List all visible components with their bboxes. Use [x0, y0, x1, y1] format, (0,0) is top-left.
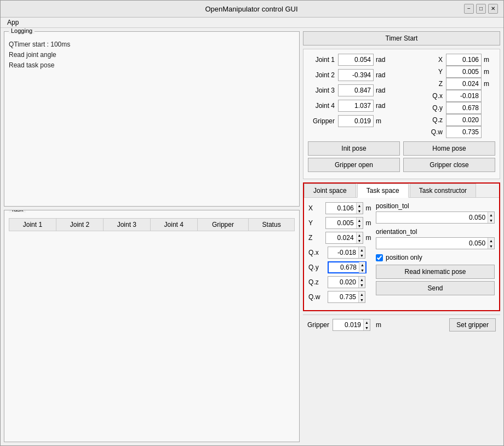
joint1-unit: rad — [376, 56, 385, 64]
ts-z-unit: m — [366, 234, 371, 242]
col-joint3: Joint 3 — [103, 219, 150, 231]
home-pose-button[interactable]: Home pose — [403, 141, 495, 156]
position-tol-down[interactable]: ▼ — [488, 218, 494, 223]
coord-qx-input[interactable] — [446, 90, 482, 102]
ts-qz-row: Q.z ▲ ▼ — [308, 276, 371, 288]
position-tol-row: ▲ ▼ — [376, 211, 495, 224]
gripper-bar-up[interactable]: ▲ — [363, 319, 370, 325]
coord-z-row: Z m — [429, 78, 495, 90]
log-line-3: Read task pose — [9, 60, 295, 71]
coord-qw-label: Q.w — [429, 128, 446, 136]
ts-qy-input[interactable] — [329, 262, 359, 273]
ts-qz-down[interactable]: ▼ — [358, 282, 365, 288]
ts-y-label: Y — [308, 219, 325, 227]
joint4-row: Joint 4 rad — [308, 100, 425, 112]
gripper-bar-label: Gripper — [307, 321, 329, 329]
ts-qw-label: Q.w — [308, 293, 328, 301]
maximize-button[interactable]: □ — [476, 4, 486, 14]
ts-qw-spinner: ▲ ▼ — [358, 291, 365, 302]
read-kinematic-pose-button[interactable]: Read kinematic pose — [376, 265, 495, 279]
ts-qz-up[interactable]: ▲ — [358, 277, 365, 282]
gripper-bar-spinner: ▲ ▼ — [363, 319, 370, 330]
ts-qy-down[interactable]: ▼ — [359, 267, 365, 273]
ts-z-down[interactable]: ▼ — [356, 238, 363, 243]
col-status: Status — [249, 219, 295, 231]
joint1-label: Joint 1 — [308, 56, 338, 64]
logging-title: Logging — [9, 28, 35, 34]
coord-z-input[interactable] — [446, 78, 482, 90]
send-button[interactable]: Send — [376, 281, 495, 295]
ts-qy-up[interactable]: ▲ — [359, 262, 365, 267]
left-panel: Logging QTimer start : 100ms Read joint … — [4, 31, 300, 442]
tab-task-space[interactable]: Task space — [357, 184, 409, 198]
menu-bar: App — [1, 18, 503, 28]
ts-z-up[interactable]: ▲ — [356, 232, 363, 238]
position-tol-up[interactable]: ▲ — [488, 212, 494, 218]
ts-x-input[interactable] — [326, 203, 356, 214]
ts-y-input[interactable] — [326, 218, 356, 228]
gripper-close-button[interactable]: Gripper close — [403, 158, 495, 172]
coord-z-label: Z — [429, 80, 446, 88]
ts-z-input[interactable] — [326, 232, 356, 243]
close-button[interactable]: ✕ — [488, 4, 498, 14]
coords-column: X m Y m Z m — [429, 54, 495, 138]
position-only-checkbox[interactable] — [376, 254, 383, 261]
coord-x-input[interactable] — [446, 54, 482, 66]
col-gripper: Gripper — [197, 219, 249, 231]
ts-qx-input-wrap: ▲ ▼ — [328, 247, 365, 259]
joint4-input[interactable] — [338, 100, 374, 112]
tab-task-constructor[interactable]: Task constructor — [410, 184, 476, 197]
ts-qy-spinner: ▲ ▼ — [359, 262, 365, 273]
coord-y-unit: m — [484, 68, 489, 76]
ts-x-down[interactable]: ▼ — [356, 208, 363, 214]
ts-qz-label: Q.z — [308, 278, 328, 286]
ts-qw-input[interactable] — [328, 291, 358, 302]
ts-y-row: Y ▲ ▼ m — [308, 217, 371, 229]
ts-x-row: X ▲ ▼ m — [308, 202, 371, 214]
coord-qz-input[interactable] — [446, 114, 482, 126]
tab-joint-space[interactable]: Joint space — [304, 184, 356, 197]
init-pose-button[interactable]: Init pose — [308, 141, 400, 156]
ts-x-input-wrap: ▲ ▼ — [325, 202, 363, 214]
orientation-tol-input[interactable] — [376, 238, 488, 249]
ts-y-up[interactable]: ▲ — [356, 218, 363, 223]
ts-qx-label: Q.x — [308, 249, 328, 256]
log-line-2: Read joint angle — [9, 50, 295, 60]
coord-qw-input[interactable] — [446, 126, 482, 138]
gripper-bar-down[interactable]: ▼ — [363, 325, 370, 330]
gripper-open-button[interactable]: Gripper open — [308, 158, 400, 172]
ts-qz-input[interactable] — [328, 277, 358, 288]
ts-qx-spinner: ▲ ▼ — [358, 247, 365, 258]
ts-y-down[interactable]: ▼ — [356, 223, 363, 228]
orientation-tol-down[interactable]: ▼ — [488, 243, 494, 249]
joints-and-coords: Joint 1 rad Joint 2 rad Joint 3 r — [308, 54, 495, 138]
coord-y-input[interactable] — [446, 66, 482, 78]
ts-qw-up[interactable]: ▲ — [358, 291, 365, 297]
coord-qw-row: Q.w — [429, 126, 495, 138]
tab-bar: Joint space Task space Task constructor — [304, 184, 499, 198]
orientation-tol-row: ▲ ▼ — [376, 237, 495, 249]
joint2-input[interactable] — [338, 69, 374, 81]
minimize-button[interactable]: − — [464, 4, 474, 14]
position-tol-input[interactable] — [376, 212, 488, 223]
ts-qw-input-wrap: ▲ ▼ — [328, 291, 365, 303]
ts-x-up[interactable]: ▲ — [356, 203, 363, 208]
timer-start-button[interactable]: Timer Start — [303, 31, 500, 45]
gripper-joint-unit: m — [376, 117, 381, 125]
pose-buttons-row1: Init pose Home pose — [308, 141, 495, 156]
joint3-input[interactable] — [338, 84, 374, 96]
gripper-joint-input[interactable] — [338, 115, 374, 127]
ts-qx-up[interactable]: ▲ — [358, 247, 365, 253]
app-menu[interactable]: App — [5, 18, 21, 27]
ts-qx-down[interactable]: ▼ — [358, 253, 365, 258]
joint4-unit: rad — [376, 102, 385, 110]
ts-x-spinner: ▲ ▼ — [356, 203, 363, 214]
ts-qx-input[interactable] — [328, 247, 358, 258]
gripper-bar-input[interactable] — [333, 319, 363, 330]
set-gripper-button[interactable]: Set gripper — [449, 318, 496, 331]
joint1-input[interactable] — [338, 54, 374, 66]
coord-qy-input[interactable] — [446, 102, 482, 114]
ts-qw-down[interactable]: ▼ — [358, 297, 365, 302]
orientation-tol-up[interactable]: ▲ — [488, 238, 494, 243]
ts-qy-input-wrap: ▲ ▼ — [328, 261, 366, 273]
